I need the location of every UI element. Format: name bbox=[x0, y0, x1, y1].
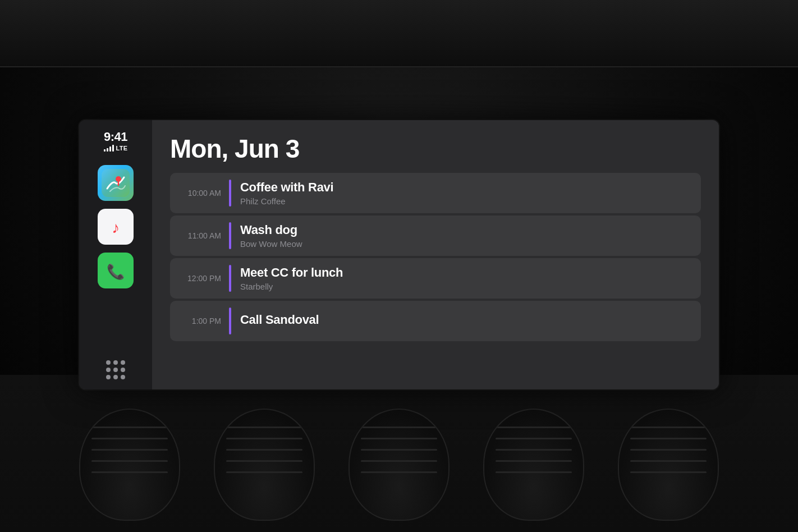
event-title: Wash dog bbox=[240, 223, 692, 237]
event-time: 1:00 PM bbox=[192, 317, 221, 325]
signal-bar-4 bbox=[112, 145, 114, 152]
air-vent-3 bbox=[348, 409, 450, 521]
maps-icon-svg bbox=[102, 169, 130, 197]
carplay-screen: 9:41 LTE bbox=[79, 120, 719, 389]
status-time: 9:41 bbox=[104, 130, 127, 144]
event-time-col: 1:00 PM bbox=[170, 301, 229, 341]
grid-dot bbox=[121, 360, 125, 365]
music-icon-svg: ♪ bbox=[102, 213, 130, 241]
event-row[interactable]: 11:00 AM Wash dog Bow Wow Meow bbox=[170, 215, 701, 256]
app-icons-list: ♪ 📞 bbox=[98, 165, 134, 360]
event-time-col: 11:00 AM bbox=[170, 215, 229, 256]
music-app-icon[interactable]: ♪ bbox=[98, 209, 134, 245]
event-time: 11:00 AM bbox=[188, 231, 221, 240]
air-vent-5 bbox=[618, 409, 719, 521]
lte-label: LTE bbox=[116, 145, 128, 152]
grid-dot bbox=[106, 360, 111, 365]
event-location: Philz Coffee bbox=[240, 196, 692, 206]
svg-text:♪: ♪ bbox=[112, 219, 120, 236]
event-time: 10:00 AM bbox=[188, 189, 221, 198]
maps-app-icon[interactable] bbox=[98, 165, 134, 201]
event-row[interactable]: 1:00 PM Call Sandoval bbox=[170, 301, 701, 341]
phone-app-icon[interactable]: 📞 bbox=[98, 253, 134, 288]
status-signal: LTE bbox=[104, 145, 128, 152]
grid-dot bbox=[113, 368, 118, 372]
event-details: Wash dog Bow Wow Meow bbox=[231, 215, 701, 256]
air-vent-4 bbox=[483, 409, 584, 521]
air-vent-2 bbox=[214, 409, 315, 521]
event-row[interactable]: 10:00 AM Coffee with Ravi Philz Coffee bbox=[170, 173, 701, 213]
grid-dot bbox=[106, 375, 111, 379]
grid-dot bbox=[113, 375, 118, 379]
date-header: Mon, Jun 3 bbox=[170, 136, 701, 162]
event-details: Call Sandoval bbox=[231, 301, 701, 341]
signal-bar-2 bbox=[107, 148, 108, 152]
event-row[interactable]: 12:00 PM Meet CC for lunch Starbelly bbox=[170, 258, 701, 299]
grid-dot bbox=[121, 375, 125, 379]
dashboard-bottom-area bbox=[0, 375, 798, 532]
event-details: Coffee with Ravi Philz Coffee bbox=[231, 173, 701, 213]
event-time: 12:00 PM bbox=[187, 274, 221, 283]
signal-bar-3 bbox=[109, 146, 111, 152]
event-time-col: 12:00 PM bbox=[170, 258, 229, 299]
grid-dot bbox=[113, 360, 118, 365]
status-bar: 9:41 LTE bbox=[104, 130, 128, 152]
grid-dot bbox=[106, 368, 111, 372]
event-title: Coffee with Ravi bbox=[240, 180, 692, 195]
air-vent-1 bbox=[79, 409, 180, 521]
svg-point-1 bbox=[116, 176, 121, 182]
phone-icon-svg: 📞 bbox=[102, 256, 130, 285]
event-title: Call Sandoval bbox=[240, 313, 692, 327]
maps-icon-inner bbox=[98, 165, 134, 201]
signal-bars bbox=[104, 145, 114, 152]
dashboard-top-trim bbox=[0, 0, 798, 67]
main-content: Mon, Jun 3 10:00 AM Coffee with Ravi Phi… bbox=[152, 120, 719, 389]
signal-bar-1 bbox=[104, 149, 106, 152]
grid-dot bbox=[121, 368, 125, 372]
event-title: Meet CC for lunch bbox=[240, 265, 692, 280]
event-location: Bow Wow Meow bbox=[240, 239, 692, 249]
event-details: Meet CC for lunch Starbelly bbox=[231, 258, 701, 299]
home-grid-button[interactable] bbox=[106, 360, 125, 379]
event-location: Starbelly bbox=[240, 282, 692, 291]
sidebar: 9:41 LTE bbox=[79, 120, 152, 389]
event-time-col: 10:00 AM bbox=[170, 173, 229, 213]
events-list: 10:00 AM Coffee with Ravi Philz Coffee 1… bbox=[170, 173, 701, 378]
svg-text:📞: 📞 bbox=[107, 263, 125, 281]
